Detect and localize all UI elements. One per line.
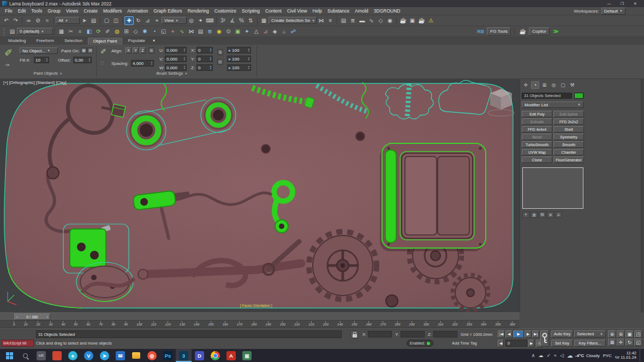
hierarchy-tab-icon[interactable]: ⊞ (540, 81, 548, 89)
spacing-field[interactable]: 4,000 (131, 60, 154, 67)
zoom-extents-all-icon[interactable]: ◳ (634, 330, 642, 338)
gear-large[interactable] (309, 232, 377, 299)
show-desktop-button[interactable] (640, 349, 642, 362)
custom-tool-icon[interactable]: ⊿ (261, 27, 270, 36)
panel-scrollbar[interactable] (641, 79, 644, 312)
custom-tool-icon[interactable]: ✦ (242, 27, 252, 36)
lock-scale-icon[interactable]: ⧉ (217, 49, 223, 55)
utilities-tab-icon[interactable]: ⚒ (568, 81, 576, 89)
custom-tool-icon[interactable]: ✱ (140, 27, 150, 36)
modify-tab-icon[interactable]: ◔ (531, 81, 539, 89)
u-offset-field[interactable]: 0,000 (165, 47, 187, 53)
spinner[interactable] (151, 61, 152, 65)
pan-icon[interactable]: ✛ (617, 339, 625, 346)
named-selection-set-dropdown[interactable]: Create Selection Se▼ (269, 17, 317, 24)
spinner[interactable] (248, 65, 249, 70)
show-end-result-icon[interactable]: ≣ (530, 212, 538, 218)
custom-tool-icon[interactable]: ✂ (66, 27, 75, 36)
shell-button[interactable]: Shell (553, 126, 584, 132)
offset-field[interactable]: 0,00 (73, 57, 92, 63)
align-z-button[interactable]: Z (140, 47, 146, 53)
selection-lock-icon[interactable] (350, 330, 359, 339)
layers-icon[interactable]: ▤ (8, 27, 17, 36)
menu-views[interactable]: Views (63, 8, 81, 14)
vk-app-icon[interactable]: V (81, 349, 97, 362)
menu-edit[interactable]: Edit (15, 8, 29, 14)
extrude-button[interactable]: Extrude (522, 118, 552, 125)
custom-tool-icon[interactable]: ⌖ (168, 27, 177, 36)
eyedropper-icon[interactable]: ✑ (5, 62, 10, 68)
custom-tool-icon[interactable]: ▦ (57, 27, 66, 36)
object-name-field[interactable]: 31 Objects Selected (522, 93, 572, 99)
menu-create[interactable]: Create (81, 8, 100, 14)
weather-widget[interactable]: ☁ -4°C Cloudy (567, 352, 600, 359)
uvw-map-button[interactable]: UVW Map (522, 149, 552, 155)
symmetry-button[interactable]: Symmetry (553, 134, 584, 140)
spinner[interactable] (184, 48, 185, 52)
restore-button[interactable]: ❐ (616, 0, 629, 7)
tab-populate[interactable]: Populate (123, 38, 150, 45)
custom-tool-icon[interactable]: ☍ (289, 27, 298, 36)
pin-stack-icon[interactable]: ⌖ (522, 212, 529, 218)
key-mode-dropdown[interactable]: Selected▼ (574, 330, 606, 337)
remove-modifier-icon[interactable]: ✕ (547, 212, 554, 218)
lace-plate[interactable] (76, 262, 134, 301)
window-crossing-icon[interactable]: ◫ (111, 16, 121, 25)
v-offset-field[interactable]: 0,000 (165, 56, 187, 62)
network-icon[interactable]: ≈ (554, 353, 557, 358)
tab-freeform[interactable]: Freeform (31, 38, 58, 45)
telegram-icon[interactable]: ➤ (97, 349, 112, 362)
app-blue-icon[interactable]: D (192, 349, 207, 362)
zoom-all-icon[interactable]: ⊛ (617, 330, 625, 338)
align-x-button[interactable]: X (126, 47, 132, 53)
vray-chevron-icon[interactable]: ≫ (551, 27, 560, 36)
spinner[interactable] (46, 58, 47, 62)
paint-object-dropdown[interactable]: No Object...▼ (20, 47, 58, 54)
custom-tool-icon[interactable]: ◉ (214, 27, 224, 36)
orbit-icon[interactable]: ↻ (625, 339, 634, 346)
frame-prev-icon[interactable]: ◀ (498, 340, 504, 347)
start-button[interactable] (1, 349, 17, 362)
select-object-icon[interactable]: ➤ (80, 16, 89, 25)
menu-civil-view[interactable]: Civil View (284, 8, 310, 14)
z-coord-field[interactable] (433, 331, 457, 337)
custom-tool-icon[interactable]: ◇ (131, 27, 140, 36)
browser-icon[interactable]: ◎ (144, 349, 160, 362)
file-explorer-icon[interactable] (128, 349, 144, 362)
go-to-end-button[interactable]: ▶| (532, 330, 539, 338)
antivirus-icon[interactable]: ✓ (546, 353, 551, 358)
spinner[interactable] (89, 58, 90, 62)
menu-3dground[interactable]: 3DGROUND (371, 8, 403, 14)
tray-expand-icon[interactable]: ∧ (532, 353, 535, 358)
angle-snap-icon[interactable]: ∡ (228, 16, 237, 25)
copitor-button[interactable]: Copitor (529, 27, 550, 35)
motion-tab-icon[interactable]: ◎ (550, 81, 558, 89)
bind-to-spacewarp-icon[interactable]: ≈ (43, 16, 52, 25)
custom-tool-icon[interactable]: △ (252, 27, 261, 36)
custom-tool-icon[interactable]: ▣ (233, 27, 242, 36)
spinner[interactable] (248, 48, 249, 52)
3dsmax-icon[interactable]: 3 (176, 349, 192, 362)
play-button[interactable]: ▶ (513, 330, 524, 338)
spinner[interactable] (210, 48, 211, 52)
object-color-swatch[interactable] (574, 93, 583, 99)
layer-dropdown[interactable]: 0 (default)▼ (17, 28, 53, 35)
custom-tool-icon[interactable]: ◱ (159, 27, 168, 36)
custom-tool-icon[interactable]: ◧ (85, 27, 94, 36)
ffd-2x2x2-button[interactable]: FFD 2x2x2 (553, 118, 584, 125)
modifier-list-dropdown[interactable]: Modifier List▼ (522, 101, 583, 108)
render-warning-icon[interactable]: ⚠ (426, 16, 436, 25)
menu-substance[interactable]: Substance (325, 8, 352, 14)
tab-object-paint[interactable]: Object Paint (88, 38, 123, 45)
custom-tool-icon[interactable]: ⌂ (279, 27, 289, 36)
ribbon-more-icon[interactable]: ▾ (151, 38, 157, 45)
menu-graph-editors[interactable]: Graph Editors (151, 8, 184, 14)
add-time-tag[interactable]: Add Time Tag (452, 341, 477, 346)
chrome-icon[interactable] (207, 349, 223, 362)
set-key-button[interactable]: Set Key (551, 340, 573, 347)
tab-modeling[interactable]: Modeling (3, 38, 31, 45)
frame-next-icon[interactable]: ▶ (528, 340, 534, 347)
brush-settings-group-label[interactable]: Brush Settings▼ (136, 71, 207, 76)
previous-frame-button[interactable]: ◀ (505, 330, 512, 338)
custom-tool-icon[interactable]: ⊞ (122, 27, 131, 36)
